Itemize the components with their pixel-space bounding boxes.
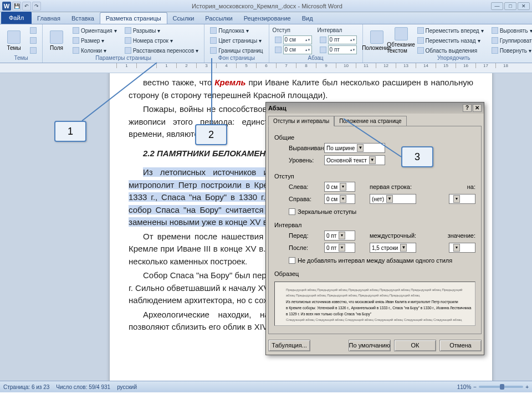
minimize-button[interactable]: — — [491, 2, 503, 10]
tab-view[interactable]: Вид — [296, 13, 319, 24]
position-button[interactable]: Положение — [366, 26, 387, 55]
space-before-input[interactable]: 0 пт▾ — [324, 231, 355, 241]
tabs-button[interactable]: Табуляция... — [268, 340, 310, 351]
zoom-out-button[interactable]: − — [473, 384, 477, 390]
indent-left-label: Слева: — [289, 183, 320, 190]
theme-colors-icon[interactable] — [28, 26, 39, 35]
page-borders-button[interactable]: Границы страниц — [208, 46, 265, 55]
indent-right-spinner[interactable]: 0 см — [273, 45, 314, 54]
no-space-same-style-checkbox[interactable]: Не добавлять интервал между абзацами одн… — [289, 257, 475, 264]
section-spacing: Интервал — [274, 222, 475, 228]
dialog-tab-indents[interactable]: Отступы и интервалы — [268, 116, 334, 126]
paragraph-dialog: Абзац ? ✕ Отступы и интервалы Положение … — [265, 102, 484, 355]
breaks-button[interactable]: Разрывы▾ — [122, 26, 201, 35]
margins-button[interactable]: Поля — [46, 26, 67, 55]
indent-left-input[interactable]: 0 см▾ — [324, 182, 355, 192]
tab-mailings[interactable]: Рассылки — [200, 13, 238, 24]
section-general: Общие — [274, 134, 475, 141]
line-spacing-at-input[interactable]: ▾ — [449, 243, 475, 253]
ribbon-tabs: Файл Главная Вставка Разметка страницы С… — [0, 12, 532, 24]
ribbon: Темы Темы Поля Ориентация▾ Размер▾ Колон… — [0, 24, 532, 63]
first-line-by-input[interactable]: ▾ — [449, 194, 475, 204]
spacing-header: Интервал — [318, 27, 359, 33]
title-bar: W 💾 ↶ ↷ История_московского_Кремля_.docx… — [0, 0, 532, 12]
indent-left-spinner[interactable]: 0 см — [273, 35, 314, 44]
wrap-text-button[interactable]: Обтекание текстом — [391, 26, 412, 55]
first-line-select[interactable]: (нет)▼ — [370, 194, 416, 204]
spacing-after-spinner[interactable]: 0 пт — [318, 45, 359, 54]
group-button[interactable]: Группировать▾ — [489, 36, 532, 45]
status-page[interactable]: Страница: 6 из 23 — [3, 384, 49, 390]
tab-review[interactable]: Рецензирование — [238, 13, 296, 24]
dialog-title: Абзац — [268, 105, 287, 111]
level-label: Уровень: — [289, 157, 320, 163]
line-numbers-button[interactable]: Номера строк▾ — [122, 36, 201, 45]
dialog-tab-line-breaks[interactable]: Положение на странице — [334, 116, 406, 126]
group-page-bg-label: Фон страницы — [208, 55, 265, 62]
dialog-close-button[interactable]: ✕ — [473, 104, 482, 112]
themes-icon — [7, 30, 21, 44]
group-arrange-label: Упорядочить — [366, 55, 532, 62]
group-themes-label: Темы — [3, 55, 39, 62]
rotate-button[interactable]: Повернуть▾ — [489, 46, 532, 55]
maximize-button[interactable]: □ — [504, 2, 516, 10]
status-language[interactable]: русский — [117, 384, 137, 390]
accent-word: Кремль — [214, 78, 245, 87]
tab-references[interactable]: Ссылки — [167, 13, 200, 24]
word-icon: W — [2, 2, 11, 11]
align-label: Выравнивание: — [289, 145, 320, 151]
columns-button[interactable]: Колонки▾ — [70, 46, 119, 55]
callout-3: 3 — [401, 146, 433, 167]
space-before-label: Перед: — [289, 232, 320, 239]
space-after-label: После: — [289, 244, 320, 251]
align-button[interactable]: Выровнять▾ — [489, 26, 532, 35]
status-word-count[interactable]: Число слов: 59/4 931 — [56, 384, 110, 390]
zoom-in-button[interactable]: + — [525, 384, 529, 390]
close-button[interactable]: ✕ — [518, 2, 530, 10]
document-title: История_московского_Кремля_.docx - Micro… — [43, 3, 491, 9]
theme-fonts-icon[interactable] — [28, 36, 39, 45]
tab-insert[interactable]: Вставка — [66, 13, 100, 24]
by-label: на: — [467, 183, 475, 190]
redo-icon[interactable]: ↷ — [32, 2, 41, 11]
size-button[interactable]: Размер▾ — [70, 36, 119, 45]
bring-forward-button[interactable]: Переместить вперед▾ — [415, 26, 486, 35]
alignment-select[interactable]: По ширине▼ — [324, 143, 385, 153]
theme-effects-icon[interactable] — [28, 46, 39, 55]
first-line-label: первая строка: — [370, 183, 412, 190]
file-tab[interactable]: Файл — [1, 12, 32, 24]
tab-page-layout[interactable]: Разметка страницы — [100, 12, 167, 24]
undo-icon[interactable]: ↶ — [22, 2, 31, 11]
space-after-input[interactable]: 0 пт▾ — [324, 243, 355, 253]
horizontal-ruler[interactable]: 1123456789101112131415161718 — [0, 63, 532, 73]
callout-1: 1 — [54, 121, 86, 142]
section-preview: Образец — [274, 270, 475, 277]
ok-button[interactable]: ОК — [394, 340, 436, 351]
mirror-indents-checkbox[interactable]: Зеркальные отступы — [289, 208, 475, 215]
orientation-button[interactable]: Ориентация▾ — [70, 26, 119, 35]
themes-button[interactable]: Темы — [3, 26, 24, 55]
spacing-before-spinner[interactable]: 0 пт — [318, 35, 359, 44]
zoom-value[interactable]: 110% — [457, 384, 472, 390]
selection-pane-button[interactable]: Область выделения — [415, 46, 486, 55]
indent-right-label: Справа: — [289, 196, 320, 202]
section-indent: Отступ — [274, 173, 475, 180]
hyphenation-button[interactable]: Расстановка переносов▾ — [122, 46, 201, 55]
status-bar: Страница: 6 из 23 Число слов: 59/4 931 р… — [0, 381, 532, 392]
preview-box: Предыдущий абзац Предыдущий абзац Предыд… — [274, 282, 475, 326]
outline-level-select[interactable]: Основной текст▼ — [324, 155, 385, 165]
page-color-button[interactable]: Цвет страницы▾ — [208, 36, 265, 45]
dialog-title-bar[interactable]: Абзац ? ✕ — [266, 103, 484, 114]
cancel-button[interactable]: Отмена — [439, 340, 482, 351]
indent-right-input[interactable]: 0 см▾ — [324, 194, 355, 204]
tab-home[interactable]: Главная — [32, 13, 66, 24]
value-label: значение: — [448, 232, 475, 239]
zoom-slider[interactable] — [479, 386, 523, 388]
save-icon[interactable]: 💾 — [12, 2, 21, 11]
line-spacing-select[interactable]: 1,5 строки▼ — [370, 243, 416, 253]
dialog-help-button[interactable]: ? — [463, 104, 472, 112]
watermark-button[interactable]: Подложка▾ — [208, 26, 265, 35]
wrap-icon — [395, 27, 408, 40]
send-backward-button[interactable]: Переместить назад▾ — [415, 36, 486, 45]
default-button[interactable]: По умолчанию — [349, 340, 391, 351]
